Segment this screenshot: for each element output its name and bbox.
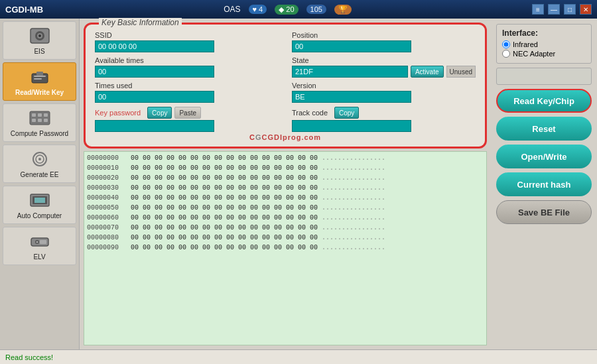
state-group: State Activate Unused <box>292 56 476 78</box>
hex-addr: 00000070 <box>87 223 127 233</box>
key-password-input[interactable] <box>95 120 214 132</box>
open-write-button[interactable]: Open/Write <box>496 145 592 168</box>
hex-bytes: 00 00 00 00 00 00 00 00 00 00 00 00 00 0… <box>131 183 318 193</box>
status-bar: Read success! <box>0 349 597 364</box>
radio-nec[interactable]: NEC Adapter <box>502 50 586 58</box>
times-used-input[interactable] <box>95 91 214 103</box>
hex-addr: 00000090 <box>87 243 127 253</box>
hex-dots: ................ <box>322 163 385 173</box>
hex-dots: ................ <box>322 223 385 233</box>
hex-addr: 00000050 <box>87 203 127 213</box>
sidebar-item-elv[interactable]: ELV <box>3 227 76 265</box>
hex-row: 0000004000 00 00 00 00 00 00 00 00 00 00… <box>87 193 484 203</box>
sidebar-item-eis[interactable]: EIS <box>3 21 76 60</box>
elv-icon <box>27 231 53 251</box>
readwrite-icon <box>27 67 53 87</box>
key-password-row: Key password Copy Paste <box>95 107 279 119</box>
available-times-input[interactable] <box>95 66 214 78</box>
hex-bytes: 00 00 00 00 00 00 00 00 00 00 00 00 00 0… <box>131 173 318 183</box>
hex-dump-area[interactable]: 0000000000 00 00 00 00 00 00 00 00 00 00… <box>84 151 487 345</box>
ssid-label: SSID <box>95 31 279 39</box>
menu-button[interactable]: ≡ <box>532 4 544 15</box>
sidebar: EIS Read/Write Key <box>0 19 80 349</box>
radio-infrared[interactable]: Infrared <box>502 40 586 48</box>
hex-bytes: 00 00 00 00 00 00 00 00 00 00 00 00 00 0… <box>131 203 318 213</box>
svg-rect-6 <box>34 76 46 77</box>
svg-rect-7 <box>34 78 42 80</box>
current-hash-button[interactable]: Current hash <box>496 172 592 196</box>
paste-button[interactable]: Paste <box>174 107 201 119</box>
sidebar-item-readwrite[interactable]: Read/Write Key <box>3 62 76 101</box>
hex-addr: 00000040 <box>87 193 127 203</box>
hex-addr: 00000010 <box>87 163 127 173</box>
svg-rect-11 <box>44 113 48 117</box>
watermark: CGCGDIprog.com <box>95 133 476 141</box>
hex-dots: ................ <box>322 193 385 203</box>
hex-row: 0000005000 00 00 00 00 00 00 00 00 00 00… <box>87 203 484 213</box>
reset-button[interactable]: Reset <box>496 117 592 141</box>
svg-rect-24 <box>40 240 46 244</box>
trophy-badge: 🏆 <box>334 5 352 15</box>
svg-rect-10 <box>38 113 42 117</box>
sidebar-item-autocomputer[interactable]: Auto Computer <box>3 186 76 224</box>
key-password-group: Key password Copy Paste <box>95 107 279 132</box>
bottom-fields: Key password Copy Paste Track code Copy <box>95 107 476 132</box>
hex-dots: ................ <box>322 213 385 223</box>
content-area: Key Basic Information SSID Position Avai… <box>80 19 491 349</box>
hex-row: 0000007000 00 00 00 00 00 00 00 00 00 00… <box>87 223 484 233</box>
radio-infrared-label: Infrared <box>513 40 538 48</box>
radio-nec-input[interactable] <box>502 50 510 58</box>
hex-bytes: 00 00 00 00 00 00 00 00 00 00 00 00 00 0… <box>131 223 318 233</box>
track-code-copy-button[interactable]: Copy <box>334 107 359 119</box>
svg-rect-14 <box>44 119 48 122</box>
svg-point-23 <box>36 241 38 243</box>
position-input[interactable] <box>292 40 411 52</box>
version-input[interactable] <box>292 91 411 103</box>
hex-bytes: 00 00 00 00 00 00 00 00 00 00 00 00 00 0… <box>131 153 318 163</box>
hex-row: 0000000000 00 00 00 00 00 00 00 00 00 00… <box>87 153 484 163</box>
track-code-group: Track code Copy <box>292 107 476 132</box>
read-key-chip-button[interactable]: Read Key/Chip <box>496 89 592 113</box>
eis-icon <box>27 26 53 46</box>
hex-bytes: 00 00 00 00 00 00 00 00 00 00 00 00 00 0… <box>131 193 318 203</box>
hex-bytes: 00 00 00 00 00 00 00 00 00 00 00 00 00 0… <box>131 163 318 173</box>
hex-dots: ................ <box>322 173 385 183</box>
svg-point-3 <box>38 34 41 37</box>
track-code-input[interactable] <box>292 120 411 132</box>
save-be-file-button[interactable]: Save BE File <box>496 200 592 224</box>
maximize-button[interactable]: □ <box>564 4 576 15</box>
svg-rect-5 <box>36 72 43 76</box>
interface-box: Interface: Infrared NEC Adapter <box>496 24 592 64</box>
ssid-input[interactable] <box>95 40 214 52</box>
placeholder-box <box>496 68 592 85</box>
hex-dots: ................ <box>322 153 385 163</box>
minimize-button[interactable]: — <box>548 4 560 15</box>
key-password-copy-button[interactable]: Copy <box>147 107 172 119</box>
autocomputer-label: Auto Computer <box>17 212 62 219</box>
diamond-badge: ◆ 20 <box>275 5 298 15</box>
generateee-icon <box>27 149 53 169</box>
hex-addr: 00000060 <box>87 213 127 223</box>
unused-badge: Unused <box>446 66 476 78</box>
hex-addr: 00000000 <box>87 153 127 163</box>
close-button[interactable]: ✕ <box>580 4 592 15</box>
position-label: Position <box>292 31 476 39</box>
key-info-grid: SSID Position Available times State <box>95 31 476 103</box>
sidebar-item-compute[interactable]: Compute Password <box>3 103 76 142</box>
sidebar-item-generateee[interactable]: Generate EE <box>3 145 76 183</box>
compute-label: Compute Password <box>11 130 68 137</box>
key-info-panel: Key Basic Information SSID Position Avai… <box>84 23 487 149</box>
readwrite-label: Read/Write Key <box>15 89 64 96</box>
state-input[interactable] <box>292 66 408 78</box>
state-label: State <box>292 56 476 64</box>
times-used-group: Times used <box>95 82 279 103</box>
activate-button[interactable]: Activate <box>411 66 444 78</box>
generateee-label: Generate EE <box>21 171 59 178</box>
hex-dots: ................ <box>322 233 385 243</box>
hex-row: 0000008000 00 00 00 00 00 00 00 00 00 00… <box>87 233 484 243</box>
status-message: Read success! <box>5 353 53 361</box>
elv-label: ELV <box>33 253 45 261</box>
right-panel: Interface: Infrared NEC Adapter Read Key… <box>491 19 597 349</box>
radio-infrared-input[interactable] <box>502 40 510 48</box>
app-name: CGDI-MB <box>5 5 43 15</box>
